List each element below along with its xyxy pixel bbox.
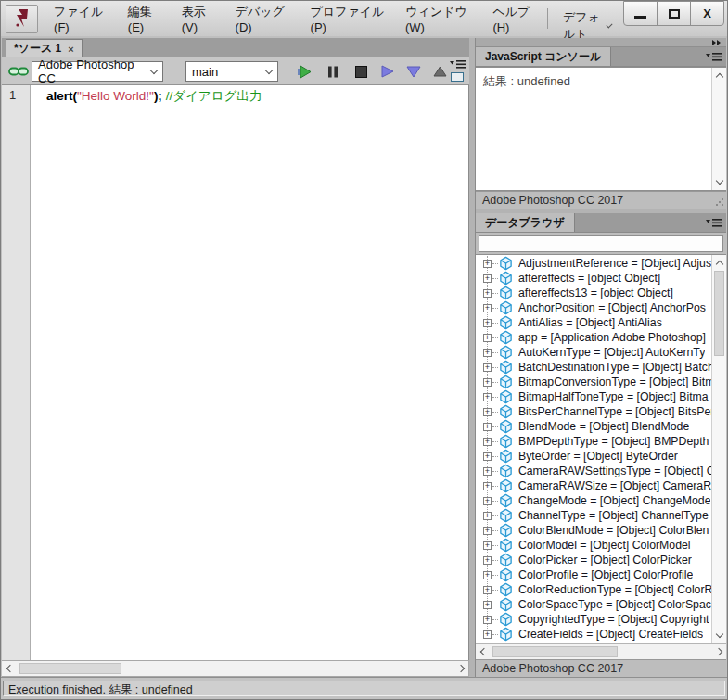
panel-menu-icon[interactable] — [706, 52, 722, 62]
tree-item[interactable]: ChannelType = [Object] ChannelType — [476, 508, 711, 523]
tree-item[interactable]: CopyrightedType = [Object] Copyright — [476, 612, 711, 627]
pause-button[interactable] — [324, 63, 342, 80]
console-vscrollbar[interactable] — [711, 68, 726, 190]
expand-plus-icon[interactable] — [483, 467, 492, 476]
expand-plus-icon[interactable] — [483, 289, 492, 298]
expand-plus-icon[interactable] — [483, 616, 492, 624]
panel-menu-icon[interactable] — [706, 218, 722, 228]
step-over-button[interactable] — [378, 63, 397, 80]
run-button[interactable] — [295, 63, 313, 80]
scrollbar-thumb[interactable] — [19, 663, 121, 674]
tab-source-1[interactable]: *ソース 1 × — [6, 39, 83, 57]
tree-item[interactable]: CreateFields = [Object] CreateFields — [476, 627, 711, 642]
tree-item[interactable]: AdjustmentReference = [Object] Adjust — [476, 256, 711, 271]
scroll-left-icon[interactable] — [2, 661, 18, 676]
menu-item[interactable]: 表示(V) — [172, 0, 225, 40]
tree-item[interactable]: BitsPerChannelType = [Object] BitsPer — [476, 404, 711, 419]
tab-close-icon[interactable]: × — [68, 44, 73, 55]
console-output[interactable]: 結果 : undefined — [476, 67, 726, 191]
expand-plus-icon[interactable] — [483, 423, 492, 431]
tree-item[interactable]: ColorSpaceType = [Object] ColorSpace — [476, 597, 711, 612]
scroll-right-icon[interactable] — [453, 661, 468, 676]
tree-item[interactable]: BitmapConversionType = [Object] Bitm — [476, 375, 711, 389]
menu-item[interactable]: プロファイル(P) — [300, 0, 395, 40]
scrollbar-thumb[interactable] — [714, 271, 724, 356]
panel-menu-icon[interactable] — [450, 59, 466, 70]
tree-item[interactable]: app = [Application Adobe Photoshop] — [476, 330, 711, 345]
expand-plus-icon[interactable] — [483, 349, 492, 357]
data-browser-tree[interactable]: AdjustmentReference = [Object] Adjust — [476, 256, 711, 643]
editor-hscrollbar[interactable] — [2, 660, 469, 677]
tree-item[interactable]: AnchorPosition = [Object] AnchorPos — [476, 300, 711, 315]
tree-item[interactable]: ColorReductionType = [Object] ColorR — [476, 582, 711, 597]
tree-hscrollbar[interactable] — [476, 643, 726, 659]
expand-plus-icon[interactable] — [483, 527, 492, 535]
expand-plus-icon[interactable] — [483, 586, 492, 594]
expand-plus-icon[interactable] — [483, 319, 492, 327]
target-app-select[interactable]: Adobe Photoshop CC — [32, 61, 163, 82]
tree-item[interactable]: CameraRAWSize = [Object] CameraRA — [476, 478, 711, 493]
tree-item[interactable]: AntiAlias = [Object] AntiAlias — [476, 315, 711, 330]
expand-plus-icon[interactable] — [483, 512, 492, 520]
tree-item[interactable]: BatchDestinationType = [Object] Batch — [476, 360, 711, 375]
engine-select[interactable]: main — [185, 61, 278, 82]
expand-plus-icon[interactable] — [483, 363, 492, 372]
step-out-button[interactable] — [430, 63, 449, 80]
expand-plus-icon[interactable] — [483, 541, 492, 550]
tree-item[interactable]: ColorModel = [Object] ColorModel — [476, 538, 711, 553]
expand-plus-icon[interactable] — [483, 452, 492, 461]
app-icon-button[interactable] — [6, 5, 38, 33]
expand-plus-icon[interactable] — [483, 438, 492, 446]
tree-item[interactable]: aftereffects = [object Object] — [476, 271, 711, 286]
expand-plus-icon[interactable] — [483, 630, 492, 639]
scroll-up-icon[interactable] — [712, 69, 726, 83]
tree-item[interactable]: BlendMode = [Object] BlendMode — [476, 419, 711, 434]
data-browser-filter-input[interactable] — [479, 235, 723, 252]
editor-gutter[interactable]: 1 — [2, 85, 31, 660]
step-into-button[interactable] — [404, 63, 423, 80]
expand-plus-icon[interactable] — [483, 497, 492, 505]
minimize-button[interactable] — [623, 1, 658, 26]
tree-item[interactable]: ChangeMode = [Object] ChangeMode — [476, 493, 711, 508]
expand-plus-icon[interactable] — [483, 556, 492, 565]
tree-item[interactable]: ColorPicker = [Object] ColorPicker — [476, 553, 711, 567]
expand-plus-icon[interactable] — [483, 260, 492, 268]
scroll-left-icon[interactable] — [476, 644, 492, 659]
collapse-panels-icon[interactable] — [712, 40, 716, 45]
expand-plus-icon[interactable] — [483, 571, 492, 579]
tree-item[interactable]: ColorProfile = [Object] ColorProfile — [476, 567, 711, 582]
expand-plus-icon[interactable] — [483, 482, 492, 490]
scroll-down-icon[interactable] — [712, 629, 726, 643]
tree-item[interactable]: ColorBlendMode = [Object] ColorBlen — [476, 523, 711, 538]
expand-plus-icon[interactable] — [483, 393, 492, 401]
resize-grip-icon[interactable] — [715, 197, 724, 207]
tab-javascript-console[interactable]: JavaScript コンソール — [476, 47, 611, 66]
menu-item[interactable]: ヘルプ(H) — [482, 0, 547, 40]
scroll-down-icon[interactable] — [712, 175, 726, 189]
expand-plus-icon[interactable] — [483, 334, 492, 342]
tree-item[interactable]: BitmapHalfToneType = [Object] Bitma — [476, 389, 711, 404]
menu-item[interactable]: ファイル(F) — [44, 0, 118, 40]
menu-item[interactable]: ウィンドウ(W) — [395, 0, 482, 40]
menu-item[interactable]: デバッグ(D) — [225, 0, 300, 40]
close-button[interactable]: X — [690, 1, 724, 26]
editor-display-toggle-icon[interactable] — [451, 72, 464, 82]
expand-plus-icon[interactable] — [483, 601, 492, 609]
maximize-button[interactable] — [657, 1, 691, 26]
tree-item[interactable]: BMPDepthType = [Object] BMPDepth — [476, 434, 711, 449]
scroll-up-icon[interactable] — [712, 256, 726, 270]
expand-plus-icon[interactable] — [483, 274, 492, 283]
scroll-right-icon[interactable] — [710, 644, 726, 659]
expand-plus-icon[interactable] — [483, 378, 492, 387]
tree-item[interactable]: aftereffects13 = [object Object] — [476, 286, 711, 300]
scrollbar-thumb[interactable] — [492, 646, 618, 657]
tab-data-browser[interactable]: データブラウザ — [476, 213, 575, 232]
tree-item[interactable]: AutoKernType = [Object] AutoKernTy — [476, 345, 711, 360]
tree-item[interactable]: ByteOrder = [Object] ByteOrder — [476, 449, 711, 464]
workspace-selector[interactable]: デフォルト — [557, 1, 624, 43]
menu-item[interactable]: 編集(E) — [118, 0, 172, 40]
tree-vscrollbar[interactable] — [711, 255, 726, 643]
expand-plus-icon[interactable] — [483, 408, 492, 416]
collapse-panels-icon[interactable] — [717, 40, 721, 45]
connect-link-icon[interactable] — [8, 66, 29, 77]
